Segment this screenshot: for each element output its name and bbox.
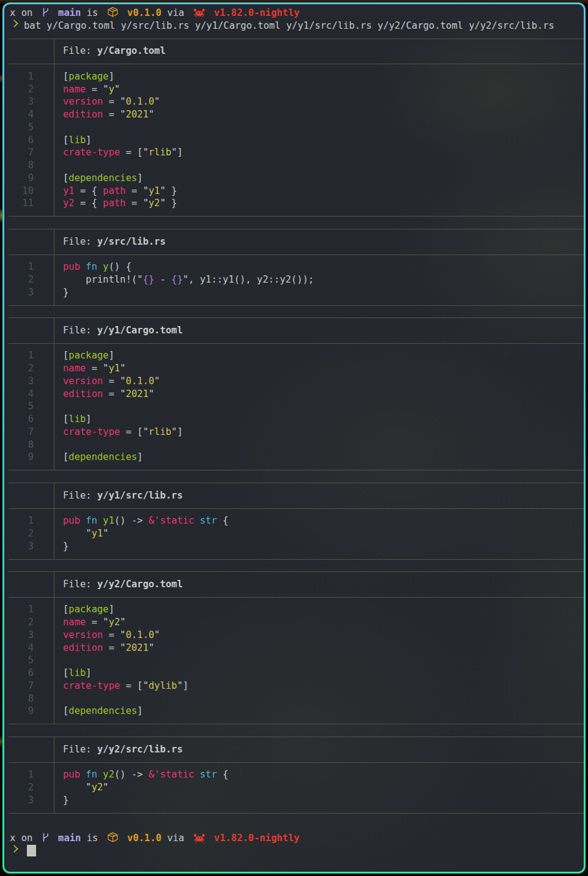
code-text: edition = "2021": [54, 388, 584, 401]
code-text: version = "0.1.0": [54, 95, 584, 108]
code-text: version = "0.1.0": [54, 629, 584, 642]
prompt-input-line[interactable]: [9, 845, 584, 858]
command-line: bat y/Cargo.toml y/src/lib.rs y/y1/Cargo…: [9, 20, 584, 32]
grid-separator: [9, 311, 584, 324]
grid-separator: [9, 806, 584, 819]
line-number: 9: [9, 705, 34, 718]
code-line: 1pub fn y2() -> &'static str {: [9, 768, 584, 781]
package-icon: [104, 833, 122, 844]
code-text: [lib]: [54, 667, 584, 680]
code-line: 3version = "0.1.0": [9, 375, 584, 388]
file-name: y/y1/Cargo.toml: [97, 325, 183, 336]
grid-separator: [9, 210, 584, 223]
file-block: File: y/y1/src/lib.rs1pub fn y1() -> &'s…: [9, 477, 584, 565]
grid-separator: [9, 464, 584, 477]
file-label: File:: [63, 744, 92, 755]
prompt-segment: main: [58, 833, 81, 844]
prompt-segment: via: [167, 7, 184, 18]
git-branch-icon: [39, 833, 53, 844]
line-number: 8: [9, 692, 34, 705]
code-line: 7crate-type = ["dylib"]: [9, 680, 584, 692]
grid-separator: [9, 337, 584, 350]
prompt-segment: v0.1.0: [127, 7, 161, 18]
line-number: 3: [9, 375, 34, 388]
line-number: 2: [9, 273, 34, 286]
line-number: 1: [9, 70, 34, 83]
code-text: [54, 439, 584, 451]
line-number: 9: [9, 451, 34, 464]
file-label: File:: [63, 325, 92, 336]
code-text: pub fn y2() -> &'static str {: [54, 768, 584, 781]
line-number: 5: [9, 400, 34, 413]
terminal-cursor: [27, 845, 36, 856]
code-text: name = "y1": [54, 362, 584, 375]
code-text: [54, 159, 584, 172]
grid-separator: [9, 552, 584, 565]
code-line: 4edition = "2021": [9, 388, 584, 401]
prompt-chevron-icon: [10, 20, 18, 28]
prompt-segment: is: [87, 7, 98, 18]
code-text: [package]: [54, 603, 584, 616]
file-label: File:: [63, 490, 92, 501]
grid-separator: [9, 502, 584, 514]
file-header: File: y/y1/Cargo.toml: [9, 324, 584, 337]
code-line: 9[dependencies]: [9, 451, 584, 464]
line-number: 10: [9, 185, 34, 198]
prompt-segment: v0.1.0: [127, 833, 161, 844]
code-line: 4edition = "2021": [9, 642, 584, 655]
code-line: 2 println!("{} - {}", y1::y1(), y2::y2()…: [9, 273, 584, 286]
line-number: 1: [9, 514, 34, 527]
terminal-output: File: y/Cargo.toml1[package]2name = "y"3…: [9, 32, 584, 820]
code-text: [lib]: [54, 134, 584, 147]
line-number: 6: [9, 134, 34, 147]
file-name: y/src/lib.rs: [97, 236, 166, 247]
code-line: 6[lib]: [9, 667, 584, 680]
line-number: 11: [9, 197, 34, 210]
code-text: [54, 654, 584, 667]
code-line: 5: [9, 121, 584, 134]
code-line: 3}: [9, 794, 584, 807]
code-text: y2 = { path = "y2" }: [54, 197, 584, 210]
file-block: File: y/src/lib.rs1pub fn y() {2 println…: [9, 223, 584, 311]
prompt-segment: via: [167, 833, 184, 844]
line-number: 7: [9, 426, 34, 439]
line-number: 4: [9, 642, 34, 655]
prompt-segment: v1.82.0-nightly: [214, 833, 300, 844]
code-text: [package]: [54, 349, 584, 362]
line-number: 8: [9, 439, 34, 451]
grid-separator: [9, 565, 584, 578]
code-text: [dependencies]: [54, 451, 584, 464]
code-text: [dependencies]: [54, 705, 584, 718]
code-line: 9[dependencies]: [9, 172, 584, 185]
code-text: edition = "2021": [54, 642, 584, 655]
file-name: y/Cargo.toml: [97, 45, 166, 56]
code-text: "y1": [54, 527, 584, 540]
grid-separator: [9, 299, 584, 311]
line-number: 2: [9, 616, 34, 629]
line-number: 4: [9, 108, 34, 121]
code-text: crate-type = ["rlib"]: [54, 426, 584, 439]
grid-separator: [9, 477, 584, 489]
line-number: 1: [9, 261, 34, 273]
prompt-chevron-icon: [10, 845, 18, 853]
code-line: 11y2 = { path = "y2" }: [9, 197, 584, 210]
line-number: 7: [9, 146, 34, 159]
terminal-window[interactable]: x on main is v0.1.0 via v1.82.0-nightly …: [4, 4, 584, 872]
line-number: 6: [9, 667, 34, 680]
code-text: [package]: [54, 70, 584, 83]
file-block: File: y/y1/Cargo.toml1[package]2name = "…: [9, 311, 584, 477]
line-number: 3: [9, 629, 34, 642]
file-header: File: y/y2/Cargo.toml: [9, 578, 584, 591]
code-line: 1[package]: [9, 70, 584, 83]
file-header: File: y/src/lib.rs: [9, 236, 584, 248]
grid-separator: [9, 755, 584, 768]
prompt-segment: v1.82.0-nightly: [214, 7, 300, 18]
line-number: 4: [9, 388, 34, 401]
file-block: File: y/y2/src/lib.rs1pub fn y2() -> &'s…: [9, 730, 584, 819]
code-line: 2name = "y1": [9, 362, 584, 375]
grid-separator: [9, 32, 584, 45]
code-text: [54, 400, 584, 413]
code-line: 1pub fn y() {: [9, 261, 584, 273]
code-line: 2 "y2": [9, 781, 584, 794]
line-number: 3: [9, 95, 34, 108]
